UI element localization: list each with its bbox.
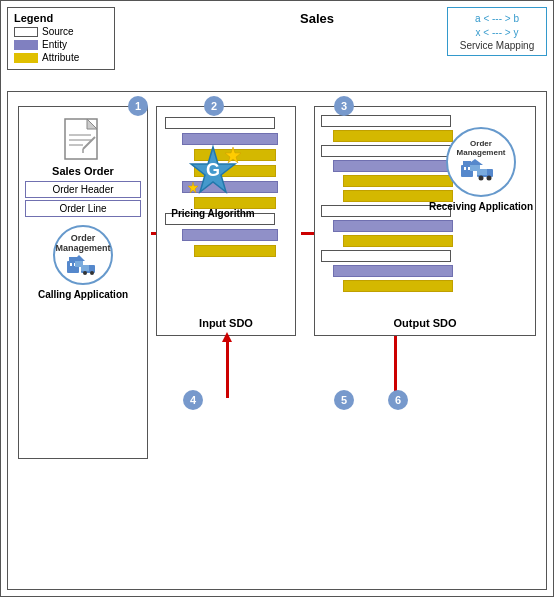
svg-rect-30 xyxy=(470,165,480,171)
sales-title: Sales xyxy=(201,11,433,26)
receiving-app-label: Receiving Application xyxy=(426,201,536,212)
input-sdo-box: Input SDO xyxy=(156,106,296,336)
input-sdo-label: Input SDO xyxy=(157,317,295,329)
out-row-1 xyxy=(321,115,529,127)
svg-marker-19 xyxy=(225,147,241,163)
order-mgmt-circle: Order Management xyxy=(53,225,113,285)
receiving-app-box: Order Management Receiving Applicatio xyxy=(426,127,536,212)
attribute-swatch xyxy=(14,53,38,63)
legend-source: Source xyxy=(14,26,108,37)
badge-3: 3 xyxy=(334,96,354,116)
svg-rect-24 xyxy=(468,167,470,170)
calling-app-label: Calling Application xyxy=(19,289,147,300)
source-swatch xyxy=(14,27,38,37)
legend-entity: Entity xyxy=(14,39,108,50)
pricing-algo-label: Pricing Algorithm xyxy=(163,208,263,219)
output-sdo-label: Output SDO xyxy=(315,317,535,329)
legend-attribute: Attribute xyxy=(14,52,108,63)
service-mapping-box: a < --- > b x < --- > y Service Mapping xyxy=(447,7,547,56)
input-row-1 xyxy=(165,117,287,129)
input-row-9 xyxy=(165,245,287,257)
badge-6: 6 xyxy=(388,390,408,410)
service-mapping-label: Service Mapping xyxy=(454,40,540,51)
entity-swatch xyxy=(14,40,38,50)
svg-rect-9 xyxy=(70,263,72,266)
out-row-11 xyxy=(321,265,529,277)
order-header-button[interactable]: Order Header xyxy=(25,181,141,198)
input-bar-entity-3 xyxy=(182,229,278,241)
diagram-area: 1 2 3 4 5 6 xyxy=(7,91,547,590)
svg-point-13 xyxy=(83,271,87,275)
input-bar-attribute-4 xyxy=(194,245,276,257)
legend-title: Legend xyxy=(14,12,108,24)
out-row-12 xyxy=(321,280,529,292)
arrow-4-up xyxy=(226,340,229,398)
badge-5: 5 xyxy=(334,390,354,410)
svg-rect-23 xyxy=(464,167,466,170)
arrow-5-down xyxy=(394,336,397,398)
service-mapping-arrows: a < --- > b x < --- > y xyxy=(454,12,540,40)
legend-box: Legend Source Entity Attribute xyxy=(7,7,115,70)
order-mgmt-label: Order Management xyxy=(55,233,111,253)
building-truck-icon xyxy=(65,253,101,277)
out-row-9 xyxy=(321,235,529,247)
out-row-10 xyxy=(321,250,529,262)
entity-label: Entity xyxy=(42,39,67,50)
order-line-button[interactable]: Order Line xyxy=(25,200,141,217)
receiving-building-truck-icon xyxy=(459,157,503,185)
svg-point-14 xyxy=(90,271,94,275)
svg-point-27 xyxy=(479,176,484,181)
input-row-8 xyxy=(165,229,287,241)
sales-order-area: Sales Order xyxy=(19,107,147,177)
source-label: Source xyxy=(42,26,74,37)
groovy-icon: G xyxy=(183,142,243,202)
pricing-algo-box: G Pricing Algorithm xyxy=(163,142,263,219)
input-bar-source-1 xyxy=(165,117,275,129)
calling-app-box: Sales Order Order Header Order Line Orde… xyxy=(18,106,148,459)
attribute-label: Attribute xyxy=(42,52,79,63)
badge-2: 2 xyxy=(204,96,224,116)
badge-1: 1 xyxy=(128,96,148,116)
svg-rect-16 xyxy=(75,261,83,267)
main-container: Legend Source Entity Attribute Sales a <… xyxy=(0,0,554,597)
sales-order-icon xyxy=(63,117,103,165)
badge-4: 4 xyxy=(183,390,203,410)
out-row-8 xyxy=(321,220,529,232)
svg-text:G: G xyxy=(206,160,220,180)
receiving-circle: Order Management xyxy=(446,127,516,197)
receiving-order-mgmt-label: Order Management xyxy=(448,139,514,157)
svg-point-28 xyxy=(487,176,492,181)
sales-order-label: Sales Order xyxy=(52,165,114,177)
svg-marker-20 xyxy=(188,182,198,193)
